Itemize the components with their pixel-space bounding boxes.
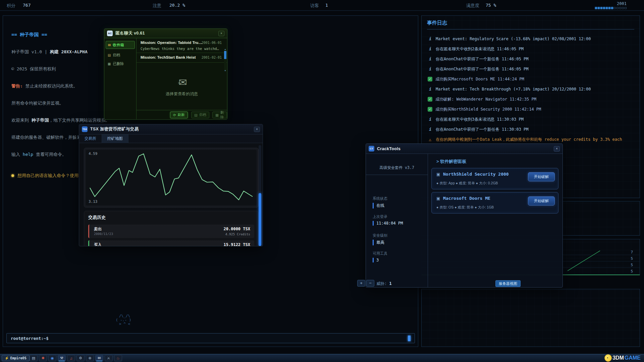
- log-entry: ✓成功购买Macrosoft Doors ME 11:44:24 PM: [428, 74, 636, 84]
- close-icon[interactable]: ×: [254, 127, 260, 132]
- megaphone-icon: ♫: [70, 356, 72, 360]
- log-entry-text: 成功购买Macrosoft Doors ME 11:44:24 PM: [435, 76, 524, 82]
- year-progress-squares: [595, 7, 627, 9]
- log-entry-text: 在你的网络中检测到一个Data Leak，此威胁将在中和前每 reduce yo…: [436, 137, 622, 142]
- year-square: [611, 7, 613, 9]
- taskbar-app-button[interactable]: ◉: [48, 355, 56, 361]
- trade-row-sell[interactable]: 卖出 2000/11/23 20.0000 TSX 4.925 Credits: [88, 225, 254, 238]
- info-badge-icon: ◉: [51, 356, 54, 360]
- taskbar-app-button[interactable]: ⊕: [86, 355, 94, 361]
- trade-row-buy[interactable]: 买入 2000/11/22 15.9122 TSX 4.713 Credits: [88, 240, 254, 246]
- year-square: [606, 7, 608, 9]
- field-label: 安全级别: [373, 233, 387, 238]
- log-entry: i你在匿名聊天中收到2条未读消息 11:46:05 PM: [428, 44, 636, 54]
- inbox-icon: ✉: [108, 43, 111, 47]
- software-name: NorthShield Security 2000: [443, 172, 509, 177]
- tab-exchange[interactable]: 交易所: [79, 134, 102, 143]
- close-icon[interactable]: ×: [218, 31, 224, 36]
- price-chart: 4.59 3.13: [86, 150, 257, 205]
- year-square: [595, 7, 597, 9]
- os-start-button[interactable]: ⚡ EmpireOS: [2, 355, 30, 361]
- threat-counter: 威胁: 1: [376, 281, 392, 287]
- visitors-value: 1: [325, 3, 328, 8]
- archive-button[interactable]: ▤ 归档: [191, 112, 209, 118]
- log-entry: iMarket event: Tech Breakthrough (+7.18%…: [428, 84, 636, 94]
- taskbar-icons: ▤✱◉⚒♫⚙⊕✉⚔♨: [30, 355, 122, 361]
- scrollbar-thumb[interactable]: [259, 193, 261, 246]
- log-entry-text: 你在匿名聊天中收到2条未读消息 11:46:05 PM: [436, 46, 524, 52]
- anonchat-titlebar[interactable]: AC 匿名聊天 v0.61 ×: [104, 29, 227, 38]
- log-warning-icon: ⚠: [428, 137, 433, 142]
- satisfaction-value: 75 %: [486, 3, 496, 8]
- taskbar-app-button[interactable]: ♫: [67, 355, 75, 361]
- dynamite-icon: ✱: [41, 356, 44, 360]
- log-entry-text: Market event: Regulatory Scare (-13.68% …: [436, 37, 591, 41]
- tab-mining-map[interactable]: 挖矿地图: [102, 134, 128, 143]
- software-icon: ▣: [436, 196, 440, 201]
- taskbar-app-button[interactable]: ♨: [114, 355, 122, 361]
- scrollbar-thumb[interactable]: [224, 51, 226, 59]
- os-name: EmpireOS: [10, 356, 26, 360]
- year-square: [600, 7, 602, 9]
- trash-icon: ▦: [108, 62, 111, 66]
- software-meta: ● 类型: App ● 难度: 简单 ● 大小: 0.2GB: [436, 181, 498, 186]
- cracktools-titlebar[interactable]: CT CrackTools ×: [366, 144, 562, 154]
- sidebar-item-deleted[interactable]: ▦ 已删除: [106, 60, 135, 68]
- anonchat-window: AC 匿名聊天 v0.61 × ✉ 收件箱 ▤ 归档 ▦ 已删除 Mission…: [104, 28, 227, 120]
- zoom-in-button[interactable]: +: [357, 280, 365, 287]
- year-square: [619, 7, 621, 9]
- trade-side: 卖出: [94, 227, 102, 232]
- taskbar-app-button[interactable]: ✉: [95, 355, 103, 361]
- sidebar-item-archive[interactable]: ▤ 归档: [106, 51, 135, 59]
- log-info-icon: i: [428, 37, 433, 41]
- server-view-button[interactable]: 服务器视图: [495, 280, 521, 287]
- mail-toolbar: ⟳ 刷新 ▤ 归档 ▦ 删除: [137, 110, 227, 119]
- sidebar-item-inbox[interactable]: ✉ 收件箱: [106, 41, 135, 49]
- delete-button[interactable]: ▦ 删除: [212, 112, 227, 118]
- crack-target-card: ▣ Macrosoft Doors ME ● 类型: OS ● 难度: 简单 ●…: [431, 192, 558, 214]
- top-status-bar: 积分 767 注意 20.2 % 访客 1 满意度 75 % 2001: [0, 0, 644, 11]
- event-log-entries: iMarket event: Regulatory Scare (-13.68%…: [428, 34, 636, 144]
- tsx-title: TSX 加密货币挖矿与交易: [90, 126, 139, 132]
- taskbar-app-button[interactable]: ▤: [30, 355, 38, 361]
- mail-subject: Mission: Operation: Tabloid Tru…: [141, 41, 202, 45]
- cat-ascii-art: /\_/\ ( -.- ) > ^ <: [116, 314, 131, 326]
- log-entry: i你在AnonChat中获得了一个新任务 11:46:05 PM: [428, 64, 636, 74]
- score-label: 积分: [7, 3, 15, 9]
- taskbar-app-button[interactable]: ⚒: [58, 355, 66, 361]
- cracktools-sidebar: 高级安全套件 v3.7 系统状态 在线 上次登录 11:48:04 PM 安全级…: [366, 154, 428, 287]
- terminal-build: 构建 20XX-ALPHA: [50, 49, 88, 54]
- log-entry: i你在AnonChat中获得了一个新任务 11:30:03 PM: [428, 124, 636, 134]
- year-progress: 2001: [595, 1, 627, 9]
- tsx-exchange-window: TSX TSX 加密货币挖矿与交易 × 交易所 挖矿地图 4.59 3.13 交…: [79, 124, 263, 246]
- refresh-button[interactable]: ⟳ 刷新: [170, 112, 188, 118]
- event-log-title: 事件日志: [427, 20, 447, 26]
- field-label: 上次登录: [373, 214, 387, 219]
- field-label: 系统状态: [373, 196, 387, 201]
- log-info-icon: i: [428, 67, 433, 71]
- trade-side: 买入: [94, 242, 102, 246]
- software-meta: ● 类型: OS ● 难度: 简单 ● 大小: 1GB: [436, 205, 494, 210]
- close-icon[interactable]: ×: [554, 146, 560, 152]
- empty-message-hint: 选择要查看的消息: [137, 91, 227, 97]
- terminal-input[interactable]: root@torrent:~$: [6, 333, 415, 343]
- software-icon: ▣: [436, 172, 440, 177]
- scroll-up-icon[interactable]: ▲: [224, 48, 226, 50]
- taskbar-app-button[interactable]: ⚔: [105, 355, 113, 361]
- tsx-titlebar[interactable]: TSX TSX 加密货币挖矿与交易 ×: [79, 124, 263, 134]
- archive-icon: ▤: [194, 113, 198, 117]
- sidebar-divider: [366, 175, 428, 175]
- taskbar-app-button[interactable]: ⚙: [76, 355, 85, 361]
- zoom-out-button[interactable]: −: [366, 280, 374, 287]
- mail-list: Mission: Operation: Tabloid Tru… 2001-06…: [137, 38, 227, 63]
- tsx-scrollbar[interactable]: [259, 145, 261, 245]
- envelope-icon: ✉: [178, 76, 187, 88]
- 3dm-watermark: 3DM GAME: [604, 354, 641, 362]
- terminal-warning-text: 禁止未经授权访问此系统。: [23, 83, 78, 88]
- start-crack-button[interactable]: 开始破解: [528, 172, 555, 181]
- start-crack-button[interactable]: 开始破解: [528, 196, 555, 205]
- year-square: [608, 7, 610, 9]
- log-entry-text: 你在AnonChat中获得了一个新任务 11:30:03 PM: [436, 127, 529, 132]
- chart-min-label: 3.13: [89, 199, 98, 204]
- taskbar-app-button[interactable]: ✱: [39, 355, 47, 361]
